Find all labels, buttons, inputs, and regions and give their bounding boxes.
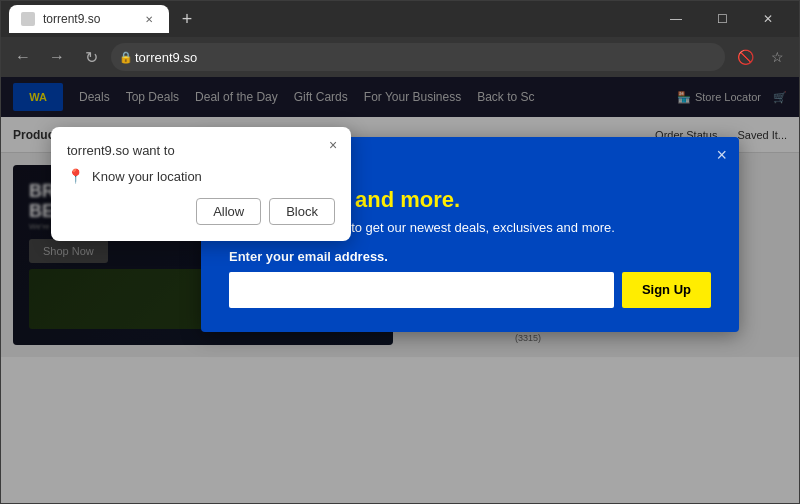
close-button[interactable]: ✕ (745, 3, 791, 35)
address-field[interactable] (111, 43, 725, 71)
location-pin-icon: 📍 (67, 168, 84, 184)
page-content: WA Deals Top Deals Deal of the Day Gift … (1, 77, 799, 503)
lock-icon: 🔒 (119, 51, 133, 64)
permission-text: Know your location (92, 169, 202, 184)
block-button[interactable]: Block (269, 198, 335, 225)
dialog-buttons: Allow Block (67, 198, 335, 225)
dialog-close-button[interactable]: × (323, 135, 343, 155)
new-tab-button[interactable]: + (173, 5, 201, 33)
address-input-wrapper[interactable]: 🔒 (111, 43, 725, 71)
no-camera-icon[interactable]: 🚫 (731, 43, 759, 71)
back-button[interactable]: ← (9, 43, 37, 71)
title-bar: torrent9.so ✕ + — ☐ ✕ (1, 1, 799, 37)
promo-input-row: Sign Up (229, 272, 711, 308)
refresh-button[interactable]: ↻ (77, 43, 105, 71)
minimize-button[interactable]: — (653, 3, 699, 35)
tab-title: torrent9.so (43, 12, 133, 26)
window-controls: — ☐ ✕ (653, 3, 791, 35)
promo-signup-button[interactable]: Sign Up (622, 272, 711, 308)
toolbar-icons: 🚫 ☆ (731, 43, 791, 71)
dialog-permission-row: 📍 Know your location (67, 168, 335, 184)
promo-email-label: Enter your email address. (229, 249, 711, 264)
promo-email-input[interactable] (229, 272, 614, 308)
dialog-title: torrent9.so want to (67, 143, 335, 158)
allow-button[interactable]: Allow (196, 198, 261, 225)
tab-favicon (21, 12, 35, 26)
browser-window: torrent9.so ✕ + — ☐ ✕ ← → ↻ 🔒 🚫 ☆ (0, 0, 800, 504)
forward-button[interactable]: → (43, 43, 71, 71)
promo-close-button[interactable]: × (716, 145, 727, 166)
location-dialog: × torrent9.so want to 📍 Know your locati… (51, 127, 351, 241)
tab-close-button[interactable]: ✕ (141, 11, 157, 27)
address-bar: ← → ↻ 🔒 🚫 ☆ (1, 37, 799, 77)
browser-tab[interactable]: torrent9.so ✕ (9, 5, 169, 33)
bookmark-icon[interactable]: ☆ (763, 43, 791, 71)
maximize-button[interactable]: ☐ (699, 3, 745, 35)
